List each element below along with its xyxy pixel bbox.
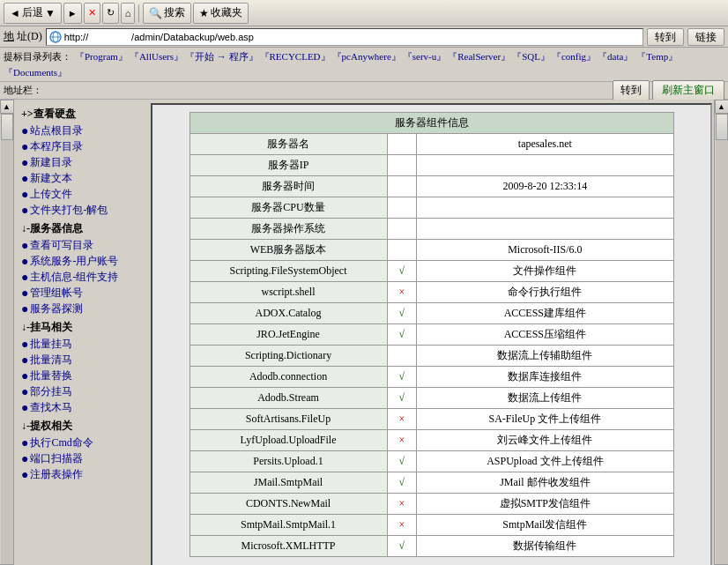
- address-label: 地 址(D): [4, 29, 42, 44]
- row-check: ×: [387, 494, 417, 515]
- sidebar-item-new-dir[interactable]: ●新建目录: [21, 155, 147, 170]
- row-check: [387, 219, 417, 240]
- link-start-programs[interactable]: 『开始 → 程序』: [185, 48, 258, 64]
- address-input-wrap: [46, 28, 643, 46]
- table-row: Scripting.Dictionary数据流上传辅助组件: [189, 346, 673, 367]
- links-bar: 提标目录列表： 『Program』 『AllUsers』 『开始 → 程序』 『…: [0, 48, 728, 82]
- table-row: 服务器IP: [189, 155, 673, 176]
- sidebar-item-find-trojan[interactable]: ●查找木马: [21, 400, 147, 415]
- sidebar-item-new-text[interactable]: ●新建文本: [21, 171, 147, 186]
- table-title: 服务器组件信息: [189, 113, 673, 134]
- right-scroll-up[interactable]: ▲: [715, 100, 729, 114]
- link-pcanywhere[interactable]: 『pcAnywhere』: [332, 48, 401, 64]
- sidebar-item-folder-pack[interactable]: ●文件夹打包-解包: [21, 203, 147, 218]
- table-row: 服务器时间2009-8-20 12:33:14: [189, 176, 673, 197]
- row-value: SA-FileUp 文件上传组件: [417, 409, 673, 430]
- row-check: ×: [387, 515, 417, 536]
- table-header-row: 服务器组件信息: [189, 113, 673, 134]
- address-underline-d: 地: [4, 30, 14, 42]
- table-row: ADOX.Catalog√ACCESS建库组件: [189, 303, 673, 324]
- link-sql[interactable]: 『SQL』: [512, 48, 550, 64]
- row-value: 2009-8-20 12:33:14: [417, 176, 673, 197]
- addr2-refresh-button[interactable]: 刷新主窗口: [652, 80, 724, 100]
- row-check: ×: [387, 430, 417, 451]
- row-value: 数据库连接组件: [417, 367, 673, 388]
- link-data[interactable]: 『data』: [598, 48, 633, 64]
- row-label: Adodb.connection: [189, 367, 387, 388]
- row-label: Scripting.Dictionary: [189, 346, 387, 367]
- favorites-button[interactable]: ★ 收藏夹: [193, 3, 249, 24]
- scroll-up-button[interactable]: ▲: [0, 100, 14, 114]
- row-label: CDONTS.NewMail: [189, 494, 387, 515]
- row-check: √: [387, 324, 417, 346]
- sidebar-item-sys-service[interactable]: ●系统服务-用户账号: [21, 254, 147, 269]
- info-table: 服务器组件信息 服务器名tapesales.net服务器IP服务器时间2009-…: [189, 112, 674, 557]
- back-button[interactable]: ◄ 后退 ▼: [4, 3, 62, 24]
- sidebar-item-writable-dirs[interactable]: ●查看可写目录: [21, 238, 147, 253]
- link-servu[interactable]: 『serv-u』: [403, 48, 447, 64]
- sidebar-item-manage-accounts[interactable]: ●管理组帐号: [21, 286, 147, 301]
- link-recycled[interactable]: 『RECYCLED』: [260, 48, 331, 64]
- row-check: [387, 346, 417, 367]
- row-check: √: [387, 261, 417, 282]
- row-check: √: [387, 388, 417, 409]
- row-check: [387, 240, 417, 261]
- sidebar-item-port-scan[interactable]: ●端口扫描器: [21, 451, 147, 466]
- row-value: ASPUpload 文件上传组件: [417, 451, 673, 472]
- addr2-label: 地址栏：: [4, 84, 42, 97]
- row-label: WEB服务器版本: [189, 240, 387, 261]
- toolbar: ◄ 后退 ▼ ► ✕ ↻ ⌂ 🔍 搜索 ★ 收藏夹: [0, 0, 728, 26]
- sidebar-item-upload-file[interactable]: ●上传文件: [21, 187, 147, 202]
- address-go-button[interactable]: 转到: [647, 28, 684, 46]
- sidebar-item-program-dir[interactable]: ●本程序目录: [21, 139, 147, 154]
- link-temp[interactable]: 『Temp』: [636, 48, 678, 64]
- sidebar-section-horse: ↓-挂马相关: [21, 320, 147, 335]
- table-row: Persits.Upload.1√ASPUpload 文件上传组件: [189, 451, 673, 472]
- forward-button[interactable]: ►: [63, 3, 82, 24]
- row-label: ADOX.Catalog: [189, 303, 387, 324]
- sidebar: +>查看硬盘 ●站点根目录 ●本程序目录 ●新建目录 ●新建文本 ●上传文件 ●…: [14, 100, 151, 565]
- separator-1: [138, 4, 139, 22]
- link-realserver[interactable]: 『RealServer』: [448, 48, 510, 64]
- addr2-content: 地址栏： 转到 刷新主窗口: [4, 80, 724, 100]
- link-program[interactable]: 『Program』: [75, 48, 128, 64]
- sidebar-item-site-root[interactable]: ●站点根目录: [21, 123, 147, 138]
- row-value: 数据传输组件: [417, 536, 673, 557]
- refresh-nav-button[interactable]: ↻: [102, 3, 119, 24]
- link-config[interactable]: 『config』: [552, 48, 596, 64]
- sidebar-item-batch-clear[interactable]: ●批量清马: [21, 353, 147, 368]
- row-label: Persits.Upload.1: [189, 451, 387, 472]
- sidebar-item-host-info[interactable]: ●主机信息-组件支持: [21, 270, 147, 285]
- address-input[interactable]: [64, 32, 641, 42]
- sidebar-item-cmd[interactable]: ●执行Cmd命令: [21, 435, 147, 450]
- row-label: Adodb.Stream: [189, 388, 387, 409]
- right-scrollbar: ▲ ▼: [714, 100, 728, 565]
- table-row: Adodb.Stream√数据流上传组件: [189, 388, 673, 409]
- sidebar-item-registry[interactable]: ●注册表操作: [21, 467, 147, 482]
- home-button[interactable]: ⌂: [121, 3, 136, 24]
- sidebar-item-server-probe[interactable]: ●服务器探测: [21, 301, 147, 316]
- sidebar-item-batch-horse[interactable]: ●批量挂马: [21, 337, 147, 352]
- row-label: Scripting.FileSystemObject: [189, 261, 387, 282]
- addr2-goto-button[interactable]: 转到: [613, 80, 650, 100]
- address-links-button[interactable]: 链接: [687, 28, 724, 46]
- scroll-thumb-left[interactable]: [1, 114, 13, 140]
- scroll-track-left: [1, 114, 13, 564]
- search-button[interactable]: 🔍 搜索: [143, 3, 191, 24]
- table-row: 服务器名tapesales.net: [189, 134, 673, 155]
- main-area: ▲ ▼ +>查看硬盘 ●站点根目录 ●本程序目录 ●新建目录 ●新建文本 ●上传…: [0, 100, 728, 565]
- table-row: LyfUpload.UploadFile×刘云峰文件上传组件: [189, 430, 673, 451]
- row-check: [387, 155, 417, 176]
- content-scroll[interactable]: 服务器组件信息 服务器名tapesales.net服务器IP服务器时间2009-…: [152, 105, 710, 565]
- sidebar-item-partial-horse[interactable]: ●部分挂马: [21, 384, 147, 399]
- stop-button[interactable]: ✕: [84, 3, 100, 24]
- table-row: JRO.JetEngine√ACCESS压缩组件: [189, 324, 673, 346]
- sidebar-item-batch-replace[interactable]: ●批量替换: [21, 368, 147, 383]
- sidebar-section-server-info: ↓-服务器信息: [21, 221, 147, 236]
- link-allusers[interactable]: 『AllUsers』: [130, 48, 183, 64]
- right-scroll-thumb[interactable]: [716, 114, 728, 140]
- row-value: [417, 219, 673, 240]
- link-documents[interactable]: 『Documents』: [4, 64, 67, 80]
- row-label: Microsoft.XMLHTTP: [189, 536, 387, 557]
- table-row: CDONTS.NewMail×虚拟SMTP发信组件: [189, 494, 673, 515]
